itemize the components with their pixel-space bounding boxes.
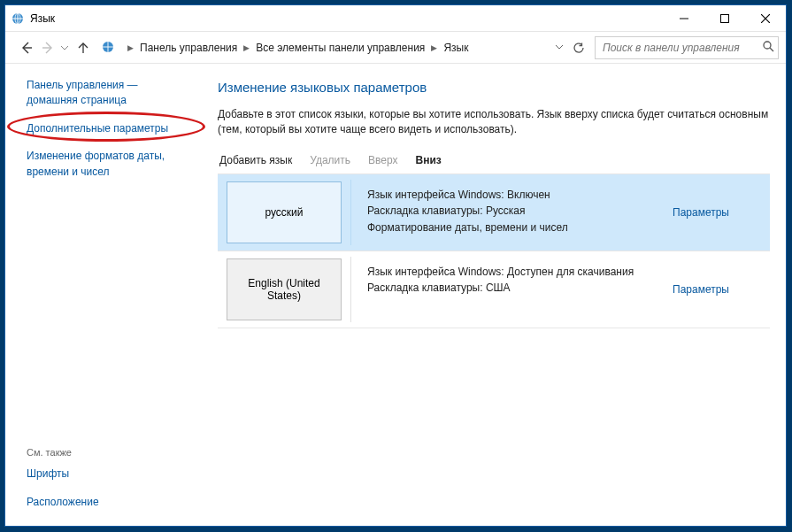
control-panel-icon xyxy=(101,40,117,56)
svg-line-11 xyxy=(770,48,773,51)
window-title: Язык xyxy=(30,12,664,25)
language-name: русский xyxy=(265,206,303,219)
sidebar-link-location[interactable]: Расположение xyxy=(27,495,200,510)
toolbar-remove: Удалить xyxy=(310,154,350,166)
svg-rect-3 xyxy=(721,14,729,22)
svg-line-5 xyxy=(761,14,770,23)
refresh-button[interactable] xyxy=(568,37,589,58)
toolbar-move-down[interactable]: Вниз xyxy=(416,154,442,166)
forward-button[interactable] xyxy=(37,37,58,58)
maximize-button[interactable] xyxy=(704,5,745,32)
language-details: Язык интерфейса Windows: Доступен для ск… xyxy=(351,251,673,328)
language-detail-line: Язык интерфейса Windows: Включен xyxy=(367,187,665,204)
breadcrumb-root[interactable]: Панель управления xyxy=(138,40,239,56)
sidebar-link-fonts[interactable]: Шрифты xyxy=(27,466,200,482)
breadcrumb-mid[interactable]: Все элементы панели управления xyxy=(254,40,427,56)
sidebar-link-advanced[interactable]: Дополнительные параметры xyxy=(27,121,186,136)
close-button[interactable] xyxy=(745,5,786,32)
minimize-button[interactable] xyxy=(664,5,704,32)
content-pane: Изменение языковых параметров Добавьте в… xyxy=(200,64,786,526)
search-icon[interactable] xyxy=(762,40,774,56)
address-dropdown-icon[interactable] xyxy=(555,42,564,54)
see-also-heading: См. также xyxy=(27,447,200,458)
chevron-right-icon: ▶ xyxy=(243,43,250,52)
language-detail-line: Раскладка клавиатуры: США xyxy=(367,280,665,297)
language-options-link[interactable]: Параметры xyxy=(673,206,729,219)
breadcrumb-leaf[interactable]: Язык xyxy=(442,40,470,56)
language-name: English (United States) xyxy=(233,277,335,302)
language-detail-line: Раскладка клавиатуры: Русская xyxy=(367,203,665,220)
language-settings-window: Язык ▶ Панель управления ▶ В xyxy=(4,4,787,527)
sidebar-link-formats[interactable]: Изменение форматов даты, времени и чисел xyxy=(27,149,186,180)
chevron-right-icon: ▶ xyxy=(127,43,134,52)
sidebar: Панель управления — домашняя страница До… xyxy=(5,64,200,526)
language-detail-line: Форматирование даты, времени и чисел xyxy=(367,220,665,236)
page-heading: Изменение языковых параметров xyxy=(218,80,770,95)
toolbar-move-up: Вверх xyxy=(368,154,397,166)
language-options-link[interactable]: Параметры xyxy=(673,283,729,296)
language-tile[interactable]: English (United States) xyxy=(227,258,342,320)
language-detail-line: Язык интерфейса Windows: Доступен для ск… xyxy=(367,264,665,281)
sidebar-link-home[interactable]: Панель управления — домашняя страница xyxy=(27,78,186,109)
language-list: русский Язык интерфейса Windows: Включен… xyxy=(218,174,770,328)
back-button[interactable] xyxy=(16,37,37,58)
titlebar: Язык xyxy=(5,5,786,32)
address-bar[interactable]: ▶ Панель управления ▶ Все элементы панел… xyxy=(120,36,568,59)
page-description: Добавьте в этот список языки, которые вы… xyxy=(218,107,770,138)
search-box[interactable] xyxy=(595,36,779,59)
language-options-cell: Параметры xyxy=(673,174,770,251)
search-input[interactable] xyxy=(603,42,762,54)
toolbar-add-language[interactable]: Добавить язык xyxy=(219,154,292,166)
language-row[interactable]: русский Язык интерфейса Windows: Включен… xyxy=(218,174,770,251)
body: Панель управления — домашняя страница До… xyxy=(5,64,786,526)
up-button[interactable] xyxy=(73,37,94,58)
language-details: Язык интерфейса Windows: Включен Расклад… xyxy=(351,174,673,251)
navigation-bar: ▶ Панель управления ▶ Все элементы панел… xyxy=(5,32,786,64)
language-tile[interactable]: русский xyxy=(227,181,342,243)
svg-line-4 xyxy=(761,14,770,23)
history-dropdown-icon[interactable] xyxy=(61,42,68,54)
svg-point-10 xyxy=(764,42,771,49)
chevron-right-icon: ▶ xyxy=(431,43,437,52)
language-toolbar: Добавить язык Удалить Вверх Вниз xyxy=(218,150,770,174)
language-options-cell: Параметры xyxy=(673,251,770,328)
language-app-icon xyxy=(11,12,25,26)
language-row[interactable]: English (United States) Язык интерфейса … xyxy=(218,251,770,328)
